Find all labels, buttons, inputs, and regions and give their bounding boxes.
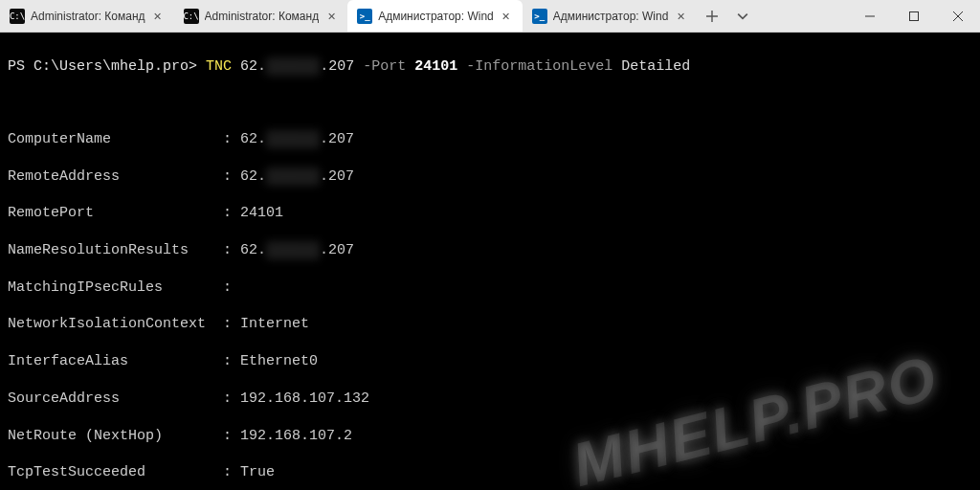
powershell-icon: >_	[357, 9, 372, 24]
result-row: NetRoute (NextHop): 192.168.107.2	[8, 427, 972, 445]
maximize-button[interactable]	[892, 0, 936, 32]
cmd-icon: C:\	[184, 9, 199, 24]
tab-cmd-2[interactable]: C:\ Administrator: Команд ✕	[174, 0, 348, 32]
result-row: RemotePort: 24101	[8, 204, 972, 222]
prompt-line: PS C:\Users\mhelp.pro> TNC 62.XX XXX.207…	[8, 58, 690, 75]
window-titlebar: C:\ Administrator: Команд ✕ C:\ Administ…	[0, 0, 980, 33]
result-row: MatchingIPsecRules:	[8, 278, 972, 297]
result-row: RemoteAddress: 62.XX XXX.207	[8, 167, 972, 186]
tab-title: Administrator: Команд	[205, 10, 320, 23]
command-name: TNC	[206, 58, 232, 75]
result-row: TcpTestSucceeded: True	[8, 463, 972, 481]
tab-dropdown-button[interactable]	[727, 0, 758, 32]
result-row: NetworkIsolationContext: Internet	[8, 315, 972, 333]
param-port-value: 24101	[414, 58, 457, 75]
close-icon[interactable]: ✕	[674, 10, 687, 23]
new-tab-button[interactable]	[697, 0, 727, 32]
close-icon[interactable]: ✕	[324, 10, 338, 23]
prompt-prefix: PS C:\Users\mhelp.pro>	[8, 58, 197, 75]
terminal-output[interactable]: PS C:\Users\mhelp.pro> TNC 62.XX XXX.207…	[0, 33, 980, 490]
minimize-button[interactable]	[848, 0, 892, 32]
powershell-icon: >_	[532, 9, 547, 24]
window-controls	[848, 0, 980, 32]
result-row: ComputerName: 62.XX XXX.207	[8, 130, 972, 148]
tab-title: Администратор: Wind	[378, 10, 494, 23]
svg-rect-0	[910, 11, 919, 20]
results-block: ComputerName: 62.XX XXX.207 RemoteAddres…	[8, 112, 972, 491]
tab-ps-2[interactable]: >_ Администратор: Wind ✕	[523, 0, 698, 32]
close-icon[interactable]: ✕	[151, 10, 165, 23]
param-infolevel-value: Detailed	[621, 58, 690, 75]
result-row: InterfaceAlias: Ethernet0	[8, 352, 972, 370]
tab-cmd-1[interactable]: C:\ Administrator: Команд ✕	[0, 0, 174, 32]
close-icon[interactable]: ✕	[500, 10, 513, 23]
result-row: NameResolutionResults: 62.XX XXX.207	[8, 241, 972, 259]
tab-strip: C:\ Administrator: Команд ✕ C:\ Administ…	[0, 0, 848, 32]
tab-ps-1[interactable]: >_ Администратор: Wind ✕	[347, 0, 523, 32]
cmd-icon: C:\	[10, 9, 25, 24]
tab-title: Administrator: Команд	[31, 10, 145, 23]
param-infolevel: -InformationLevel	[466, 58, 612, 75]
close-button[interactable]	[936, 0, 980, 32]
result-row: SourceAddress: 192.168.107.132	[8, 390, 972, 408]
command-arg-ip: 62.XX XXX.207	[240, 58, 354, 75]
param-port: -Port	[363, 58, 406, 75]
tab-title: Администратор: Wind	[553, 10, 669, 23]
